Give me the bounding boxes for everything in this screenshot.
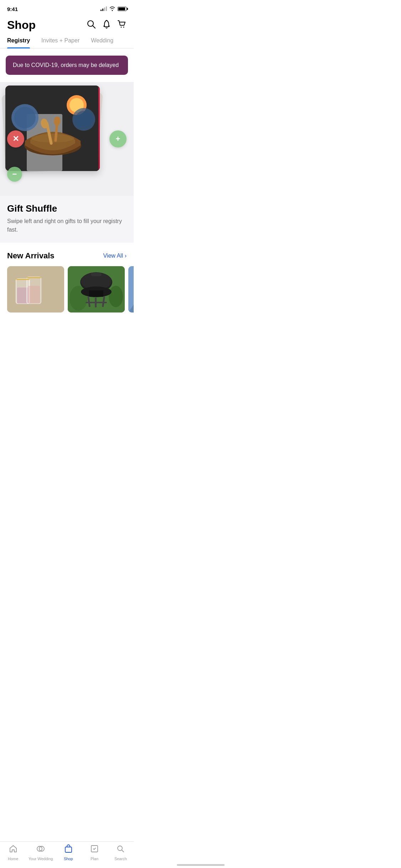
gift-shuffle-card-area[interactable]: ✕ + − xyxy=(0,82,134,196)
gift-shuffle-section: ✕ + − Gift Shuffle Swipe left and right … xyxy=(0,82,134,243)
tab-registry[interactable]: Registry xyxy=(7,37,30,48)
gift-shuffle-description: Swipe left and right on gifts to fill yo… xyxy=(7,217,127,234)
new-arrivals-section: New Arrivals View All › xyxy=(0,243,134,312)
svg-rect-24 xyxy=(27,277,41,278)
covid-banner: Due to COVID-19, orders may be delayed xyxy=(6,56,128,75)
status-bar: 9:41 xyxy=(0,0,134,16)
signal-icon xyxy=(101,7,107,11)
tab-invites-paper[interactable]: Invites + Paper xyxy=(41,37,79,48)
page-title: Shop xyxy=(7,19,36,32)
product-card-grill[interactable] xyxy=(68,266,125,312)
search-icon[interactable] xyxy=(87,20,96,31)
tab-wedding[interactable]: Wedding xyxy=(91,37,113,48)
cart-icon[interactable] xyxy=(117,20,127,31)
svg-rect-37 xyxy=(128,266,134,312)
wifi-icon xyxy=(109,6,115,12)
header-action-icons xyxy=(87,20,127,31)
svg-point-2 xyxy=(121,26,122,27)
products-row xyxy=(0,266,134,312)
gift-shuffle-info: Gift Shuffle Swipe left and right on gif… xyxy=(0,196,134,243)
svg-line-1 xyxy=(93,26,95,28)
undo-icon: − xyxy=(12,170,17,178)
svg-point-7 xyxy=(14,107,36,128)
header: Shop xyxy=(0,16,134,37)
svg-rect-30 xyxy=(91,273,102,276)
new-arrivals-title: New Arrivals xyxy=(7,251,54,260)
like-button[interactable]: + xyxy=(109,130,127,148)
tabs: Registry Invites + Paper Wedding xyxy=(0,37,134,48)
new-arrivals-header: New Arrivals View All › xyxy=(0,243,134,266)
svg-rect-22 xyxy=(28,286,40,304)
svg-rect-32 xyxy=(89,290,103,297)
svg-point-13 xyxy=(31,134,74,143)
battery-icon xyxy=(118,7,127,11)
product-card-picnic[interactable] xyxy=(128,266,134,312)
dislike-button[interactable]: ✕ xyxy=(7,130,24,148)
status-icons xyxy=(101,6,127,12)
like-icon: + xyxy=(116,135,120,143)
notifications-icon[interactable] xyxy=(102,20,111,31)
status-time: 9:41 xyxy=(7,6,18,12)
svg-point-3 xyxy=(123,26,124,27)
dislike-icon: ✕ xyxy=(12,135,19,143)
svg-rect-23 xyxy=(16,279,30,280)
svg-rect-36 xyxy=(86,302,107,303)
gift-shuffle-title: Gift Shuffle xyxy=(7,203,127,214)
svg-point-27 xyxy=(109,286,123,307)
view-all-link[interactable]: View All › xyxy=(103,253,127,259)
covid-text: Due to COVID-19, orders may be delayed xyxy=(13,62,119,68)
svg-point-11 xyxy=(75,111,92,128)
product-card-glasses[interactable] xyxy=(7,266,64,312)
gift-shuffle-main-card[interactable] xyxy=(5,86,100,171)
undo-button[interactable]: − xyxy=(7,167,22,182)
